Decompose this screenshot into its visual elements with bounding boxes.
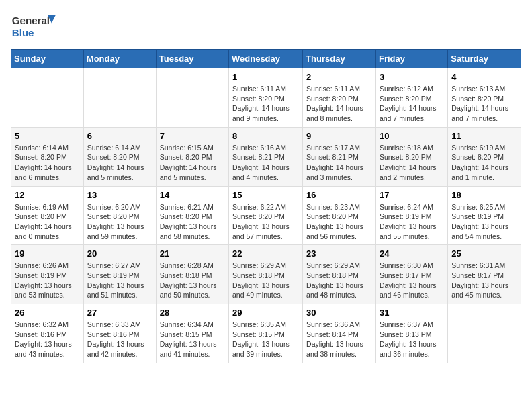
day-info: Sunrise: 6:14 AM Sunset: 8:20 PM Dayligh…: [15, 143, 80, 183]
weekday-header: Wednesday: [229, 50, 303, 68]
weekday-header: Thursday: [303, 50, 376, 68]
day-number: 25: [451, 248, 517, 259]
day-number: 12: [15, 190, 80, 200]
calendar-cell: 14Sunrise: 6:21 AM Sunset: 8:20 PM Dayli…: [156, 186, 228, 245]
calendar-cell: 26Sunrise: 6:32 AM Sunset: 8:16 PM Dayli…: [11, 304, 84, 363]
day-number: 30: [306, 308, 372, 318]
day-info: Sunrise: 6:31 AM Sunset: 8:17 PM Dayligh…: [451, 261, 517, 300]
day-number: 14: [160, 190, 225, 200]
day-number: 13: [87, 190, 152, 200]
day-info: Sunrise: 6:12 AM Sunset: 8:20 PM Dayligh…: [380, 84, 444, 124]
calendar-cell: 8Sunrise: 6:16 AM Sunset: 8:21 PM Daylig…: [229, 127, 303, 186]
day-info: Sunrise: 6:25 AM Sunset: 8:19 PM Dayligh…: [451, 202, 517, 242]
day-info: Sunrise: 6:13 AM Sunset: 8:20 PM Dayligh…: [451, 84, 517, 124]
day-info: Sunrise: 6:36 AM Sunset: 8:14 PM Dayligh…: [306, 320, 372, 359]
day-number: 10: [380, 131, 444, 141]
day-number: 17: [380, 190, 444, 200]
calendar-cell: 16Sunrise: 6:23 AM Sunset: 8:20 PM Dayli…: [303, 186, 376, 245]
day-info: Sunrise: 6:18 AM Sunset: 8:20 PM Dayligh…: [380, 143, 444, 183]
day-info: Sunrise: 6:24 AM Sunset: 8:19 PM Dayligh…: [380, 202, 444, 242]
day-info: Sunrise: 6:34 AM Sunset: 8:15 PM Dayligh…: [160, 320, 225, 359]
day-info: Sunrise: 6:11 AM Sunset: 8:20 PM Dayligh…: [306, 84, 372, 124]
day-number: 19: [15, 248, 80, 259]
day-info: Sunrise: 6:22 AM Sunset: 8:20 PM Dayligh…: [232, 202, 299, 242]
day-info: Sunrise: 6:20 AM Sunset: 8:20 PM Dayligh…: [87, 202, 152, 242]
calendar-cell: 27Sunrise: 6:33 AM Sunset: 8:16 PM Dayli…: [83, 304, 156, 363]
calendar-cell: 24Sunrise: 6:30 AM Sunset: 8:17 PM Dayli…: [375, 245, 447, 304]
calendar-cell: 25Sunrise: 6:31 AM Sunset: 8:17 PM Dayli…: [448, 245, 521, 304]
day-info: Sunrise: 6:11 AM Sunset: 8:20 PM Dayligh…: [232, 84, 299, 124]
calendar-cell: [156, 68, 228, 128]
weekday-header-row: SundayMondayTuesdayWednesdayThursdayFrid…: [11, 50, 521, 68]
day-number: 8: [232, 131, 299, 141]
calendar-cell: 15Sunrise: 6:22 AM Sunset: 8:20 PM Dayli…: [229, 186, 303, 245]
weekday-header: Sunday: [11, 50, 84, 68]
calendar-cell: 2Sunrise: 6:11 AM Sunset: 8:20 PM Daylig…: [303, 68, 376, 128]
day-number: 26: [15, 308, 80, 318]
day-info: Sunrise: 6:37 AM Sunset: 8:13 PM Dayligh…: [380, 320, 444, 359]
day-info: Sunrise: 6:27 AM Sunset: 8:19 PM Dayligh…: [87, 261, 152, 300]
weekday-header: Saturday: [448, 50, 521, 68]
weekday-header: Tuesday: [156, 50, 228, 68]
calendar-cell: 19Sunrise: 6:26 AM Sunset: 8:19 PM Dayli…: [11, 245, 84, 304]
day-number: 15: [232, 190, 299, 200]
calendar-cell: [11, 68, 84, 128]
calendar-cell: 10Sunrise: 6:18 AM Sunset: 8:20 PM Dayli…: [375, 127, 447, 186]
calendar-cell: 5Sunrise: 6:14 AM Sunset: 8:20 PM Daylig…: [11, 127, 84, 186]
calendar-week-row: 26Sunrise: 6:32 AM Sunset: 8:16 PM Dayli…: [11, 304, 521, 363]
day-number: 1: [232, 72, 299, 82]
day-number: 29: [232, 308, 299, 318]
svg-text:General: General: [12, 15, 50, 26]
calendar-cell: 1Sunrise: 6:11 AM Sunset: 8:20 PM Daylig…: [229, 68, 303, 128]
day-number: 6: [87, 131, 152, 141]
day-number: 7: [160, 131, 225, 141]
page-header: General Blue: [11, 11, 521, 41]
calendar-cell: [448, 304, 521, 363]
calendar-cell: 11Sunrise: 6:19 AM Sunset: 8:20 PM Dayli…: [448, 127, 521, 186]
day-info: Sunrise: 6:19 AM Sunset: 8:20 PM Dayligh…: [451, 143, 517, 183]
calendar-cell: 22Sunrise: 6:29 AM Sunset: 8:18 PM Dayli…: [229, 245, 303, 304]
calendar-week-row: 1Sunrise: 6:11 AM Sunset: 8:20 PM Daylig…: [11, 68, 521, 128]
calendar-cell: 9Sunrise: 6:17 AM Sunset: 8:21 PM Daylig…: [303, 127, 376, 186]
day-number: 4: [451, 72, 517, 82]
day-number: 18: [451, 190, 517, 200]
calendar-cell: 13Sunrise: 6:20 AM Sunset: 8:20 PM Dayli…: [83, 186, 156, 245]
day-number: 24: [380, 248, 444, 259]
day-number: 22: [232, 248, 299, 259]
day-info: Sunrise: 6:23 AM Sunset: 8:20 PM Dayligh…: [306, 202, 372, 242]
day-info: Sunrise: 6:29 AM Sunset: 8:18 PM Dayligh…: [306, 261, 372, 300]
calendar-cell: 18Sunrise: 6:25 AM Sunset: 8:19 PM Dayli…: [448, 186, 521, 245]
day-info: Sunrise: 6:28 AM Sunset: 8:18 PM Dayligh…: [160, 261, 225, 300]
day-info: Sunrise: 6:15 AM Sunset: 8:20 PM Dayligh…: [160, 143, 225, 183]
calendar-cell: 12Sunrise: 6:19 AM Sunset: 8:20 PM Dayli…: [11, 186, 84, 245]
calendar-cell: 29Sunrise: 6:35 AM Sunset: 8:15 PM Dayli…: [229, 304, 303, 363]
day-number: 20: [87, 248, 152, 259]
day-info: Sunrise: 6:33 AM Sunset: 8:16 PM Dayligh…: [87, 320, 152, 359]
calendar-cell: 23Sunrise: 6:29 AM Sunset: 8:18 PM Dayli…: [303, 245, 376, 304]
day-info: Sunrise: 6:17 AM Sunset: 8:21 PM Dayligh…: [306, 143, 372, 183]
weekday-header: Friday: [375, 50, 447, 68]
day-number: 27: [87, 308, 152, 318]
calendar-cell: 21Sunrise: 6:28 AM Sunset: 8:18 PM Dayli…: [156, 245, 228, 304]
day-number: 5: [15, 131, 80, 141]
day-number: 21: [160, 248, 225, 259]
day-info: Sunrise: 6:32 AM Sunset: 8:16 PM Dayligh…: [15, 320, 80, 359]
calendar-cell: 20Sunrise: 6:27 AM Sunset: 8:19 PM Dayli…: [83, 245, 156, 304]
day-number: 28: [160, 308, 225, 318]
calendar-table: SundayMondayTuesdayWednesdayThursdayFrid…: [11, 49, 521, 363]
calendar-cell: [83, 68, 156, 128]
logo-svg: General Blue: [11, 11, 64, 41]
calendar-cell: 30Sunrise: 6:36 AM Sunset: 8:14 PM Dayli…: [303, 304, 376, 363]
calendar-cell: 4Sunrise: 6:13 AM Sunset: 8:20 PM Daylig…: [448, 68, 521, 128]
calendar-cell: 6Sunrise: 6:14 AM Sunset: 8:20 PM Daylig…: [83, 127, 156, 186]
day-info: Sunrise: 6:35 AM Sunset: 8:15 PM Dayligh…: [232, 320, 299, 359]
calendar-cell: 17Sunrise: 6:24 AM Sunset: 8:19 PM Dayli…: [375, 186, 447, 245]
day-number: 9: [306, 131, 372, 141]
weekday-header: Monday: [83, 50, 156, 68]
calendar-cell: 31Sunrise: 6:37 AM Sunset: 8:13 PM Dayli…: [375, 304, 447, 363]
day-number: 16: [306, 190, 372, 200]
day-number: 3: [380, 72, 444, 82]
logo: General Blue: [11, 11, 64, 41]
calendar-cell: 3Sunrise: 6:12 AM Sunset: 8:20 PM Daylig…: [375, 68, 447, 128]
day-info: Sunrise: 6:14 AM Sunset: 8:20 PM Dayligh…: [87, 143, 152, 183]
